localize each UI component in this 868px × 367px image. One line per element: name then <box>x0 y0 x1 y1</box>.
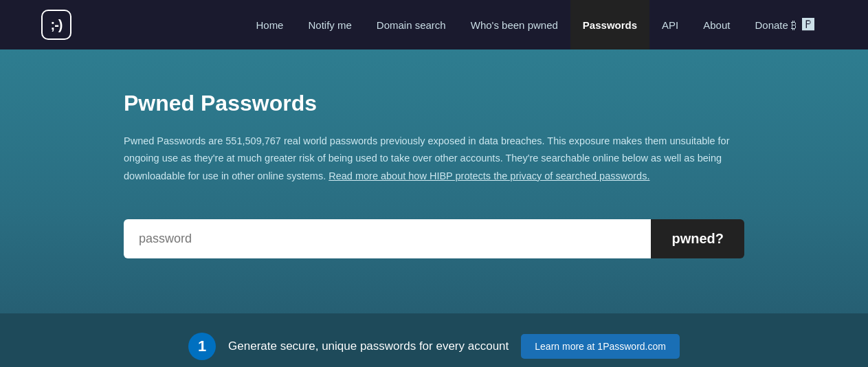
nav-item-whos-been-pwned[interactable]: Who's been pwned <box>458 0 570 49</box>
nav-links: Home Notify me Domain search Who's been … <box>243 0 827 49</box>
paypal-icon: 🅿 <box>802 18 814 32</box>
nav-item-home[interactable]: Home <box>243 0 296 49</box>
banner-row: 1 Generate secure, unique passwords for … <box>188 333 680 360</box>
page-title: Pwned Passwords <box>124 91 744 116</box>
logo-symbol: ;-) <box>51 17 63 33</box>
learn-more-button[interactable]: Learn more at 1Password.com <box>521 334 680 359</box>
nav-link-home[interactable]: Home <box>243 0 296 49</box>
password-search-input[interactable] <box>124 219 651 258</box>
hibp-privacy-link[interactable]: Read more about how HIBP protects the pr… <box>329 170 649 181</box>
nav-link-domain-search[interactable]: Domain search <box>364 0 458 49</box>
nav-link-donate[interactable]: Donate ₿ 🅿 <box>742 0 827 49</box>
search-row: pwned? <box>124 219 744 258</box>
nav-item-donate[interactable]: Donate ₿ 🅿 <box>742 0 827 49</box>
pwned-button[interactable]: pwned? <box>651 219 744 258</box>
donate-label: Donate ₿ <box>755 19 797 31</box>
nav-link-notify-me[interactable]: Notify me <box>296 0 364 49</box>
nav-item-about[interactable]: About <box>691 0 742 49</box>
nav-link-api[interactable]: API <box>649 0 691 49</box>
onepassword-icon: 1 <box>188 333 216 360</box>
banner-text: Generate secure, unique passwords for ev… <box>228 340 509 353</box>
page-description: Pwned Passwords are 551,509,767 real wor… <box>124 133 744 185</box>
site-logo[interactable]: ;-) <box>41 10 71 40</box>
nav-item-passwords[interactable]: Passwords <box>570 0 649 49</box>
nav-link-passwords[interactable]: Passwords <box>570 0 649 49</box>
nav-item-notify-me[interactable]: Notify me <box>296 0 364 49</box>
nav-link-whos-been-pwned[interactable]: Who's been pwned <box>458 0 570 49</box>
nav-item-api[interactable]: API <box>649 0 691 49</box>
nav-item-domain-search[interactable]: Domain search <box>364 0 458 49</box>
nav-link-about[interactable]: About <box>691 0 742 49</box>
navbar: ;-) Home Notify me Domain search Who's b… <box>0 0 868 49</box>
main-content: Pwned Passwords Pwned Passwords are 551,… <box>0 49 868 313</box>
bottom-banner: 1 Generate secure, unique passwords for … <box>0 313 868 367</box>
